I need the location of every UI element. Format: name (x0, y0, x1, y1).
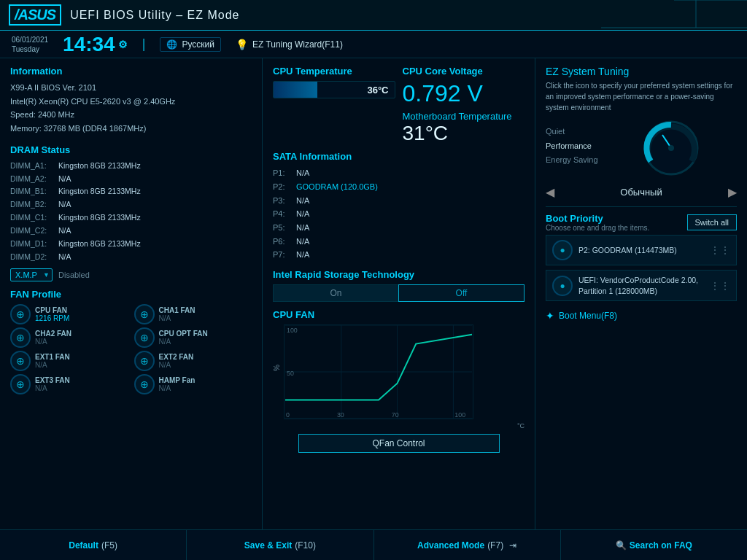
fan-icon: ⊕ (10, 304, 31, 324)
dram-slot: DIMM_D2:N/A (10, 251, 252, 264)
irst-on-button[interactable]: On (273, 284, 398, 302)
fan-item: ⊕EXT1 FANN/A (10, 351, 128, 371)
subheader: 06/01/2021 Tuesday 14:34 ⚙ | 🌐 Русский 💡… (0, 31, 747, 58)
boot-item[interactable]: ●UEFI: VendorCoProductCode 2.00, Partiti… (546, 270, 737, 301)
fan-icon: ⊕ (134, 351, 155, 371)
mb-temp-value: 31°C (403, 122, 525, 145)
boot-priority-subtitle: Choose one and drag the items. (546, 224, 649, 232)
dram-section: DRAM Status DIMM_A1:Kingston 8GB 2133MHz… (10, 144, 252, 281)
dram-slot-label: DIMM_D2: (10, 251, 54, 264)
fan-grid: ⊕CPU FAN1216 RPM⊕CHA1 FANN/A⊕CHA2 FANN/A… (10, 304, 252, 394)
xmp-row: X.M.P ▼ Disabled (10, 268, 252, 281)
irst-section: Intel Rapid Storage Technology On Off (273, 269, 525, 302)
header-title: UEFI BIOS Utility – EZ Mode (70, 9, 239, 22)
search-faq-button[interactable]: 🔍 Search on FAQ (561, 530, 747, 560)
fan-icon: ⊕ (134, 304, 155, 324)
dram-slot: DIMM_C2:N/A (10, 225, 252, 238)
dram-slot-label: DIMM_D1: (10, 238, 54, 251)
ez-system-section: EZ System Tuning Click the icon to speci… (546, 66, 737, 199)
information-title: Information (10, 66, 252, 77)
qfan-control-button[interactable]: QFan Control (298, 434, 500, 453)
globe-icon: 🌐 (166, 39, 177, 50)
fan-name: HAMP Fan (159, 376, 196, 384)
sata-port-label: P5: (273, 221, 292, 235)
divider (546, 206, 737, 207)
main-content: Information X99-A II BIOS Ver. 2101 Inte… (0, 58, 747, 529)
drag-handle-icon[interactable]: ⋮⋮ (710, 244, 730, 256)
ez-tuning-button[interactable]: 💡 EZ Tuning Wizard(F11) (236, 39, 343, 50)
xmp-select[interactable]: X.M.P (10, 268, 53, 281)
boot-menu-button[interactable]: ✦ Boot Menu(F8) (546, 307, 737, 324)
sata-device: N/A (296, 166, 309, 180)
dram-slot-value: N/A (58, 198, 71, 211)
search-icon: 🔍 (616, 540, 627, 551)
dram-slot: DIMM_D1:Kingston 8GB 2133MHz (10, 238, 252, 251)
ez-tuning-label: EZ Tuning Wizard(F11) (252, 39, 343, 50)
gear-icon[interactable]: ⚙ (118, 39, 128, 50)
sata-row: P3:N/A (273, 194, 525, 208)
fan-item: ⊕CPU OPT FANN/A (134, 327, 252, 348)
system-info: X99-A II BIOS Ver. 2101 (10, 81, 252, 95)
cpu-temperature-section: CPU Temperature 36°C (273, 66, 395, 145)
fan-name: CHA2 FAN (35, 330, 71, 338)
fan-icon: ⊕ (10, 374, 31, 394)
fan-item: ⊕CHA1 FANN/A (134, 304, 252, 324)
chart-x-label: °C (284, 422, 525, 429)
dram-slot: DIMM_A1:Kingston 8GB 2133MHz (10, 160, 252, 173)
sata-port-label: P1: (273, 166, 292, 180)
boot-priority-header: Boot Priority Choose one and drag the it… (546, 213, 737, 232)
fan-rpm: N/A (35, 338, 71, 346)
irst-off-button[interactable]: Off (398, 284, 525, 302)
tuning-energy-saving[interactable]: Energy Saving (546, 153, 598, 168)
prev-mode-button[interactable]: ◀ (546, 185, 554, 199)
tuning-quiet[interactable]: Quiet (546, 125, 598, 139)
irst-title: Intel Rapid Storage Technology (273, 269, 525, 280)
disk-icon: ● (552, 240, 573, 260)
fan-item: ⊕HAMP FanN/A (134, 374, 252, 394)
drag-handle-icon[interactable]: ⋮⋮ (710, 280, 730, 292)
fan-name: CHA1 FAN (159, 306, 196, 314)
next-mode-button[interactable]: ▶ (728, 185, 737, 199)
fan-name: CPU OPT FAN (159, 330, 208, 338)
xmp-disabled-label: Disabled (58, 271, 90, 279)
boot-priority-section: Boot Priority Choose one and drag the it… (546, 213, 737, 324)
language-button[interactable]: 🌐 Русский (160, 37, 221, 52)
sata-row: P5:N/A (273, 221, 525, 235)
middle-panel: CPU Temperature 36°C CPU Core Voltage 0.… (263, 58, 535, 529)
sata-rows: P1:N/AP2:GOODRAM (120.0GB)P3:N/AP4:N/AP5… (273, 166, 525, 262)
fan-rpm: N/A (159, 338, 208, 346)
tuning-performance[interactable]: Performance (546, 139, 598, 154)
svg-point-17 (668, 145, 674, 151)
information-section: Information X99-A II BIOS Ver. 2101 Inte… (10, 66, 252, 136)
boot-items: ●P2: GOODRAM (114473MB)⋮⋮●UEFI: VendorCo… (546, 235, 737, 301)
chart-y-label: % (273, 324, 281, 412)
ez-system-title: EZ System Tuning (546, 66, 737, 77)
boot-item[interactable]: ●P2: GOODRAM (114473MB)⋮⋮ (546, 235, 737, 265)
dram-slot-value: N/A (58, 225, 71, 238)
fan-icon: ⊕ (134, 374, 155, 394)
fan-name: EXT1 FAN (35, 353, 70, 361)
boot-menu-label: Boot Menu(F8) (559, 311, 617, 321)
dram-slots: DIMM_A1:Kingston 8GB 2133MHzDIMM_A2:N/AD… (10, 160, 252, 264)
fan-icon: ⊕ (10, 327, 31, 348)
default-button[interactable]: Default(F5) (0, 530, 187, 560)
dram-slot-label: DIMM_A1: (10, 160, 54, 173)
switch-all-button[interactable]: Switch all (687, 214, 737, 230)
sata-row: P4:N/A (273, 207, 525, 221)
svg-text:70: 70 (392, 411, 399, 419)
fan-name: EXT2 FAN (159, 353, 194, 361)
dram-slot-value: Kingston 8GB 2133MHz (58, 238, 141, 251)
dram-slot: DIMM_B1:Kingston 8GB 2133MHz (10, 185, 252, 198)
cpu-fan-section: CPU FAN % 100 50 (273, 309, 525, 453)
fan-item: ⊕EXT2 FANN/A (134, 351, 252, 371)
time-display: 14:34 (63, 33, 115, 56)
tuning-nav: ◀ Обычный ▶ (546, 185, 737, 199)
advanced-mode-button[interactable]: Advanced Mode(F7) ⇥ (374, 530, 561, 560)
dram-slot-value: Kingston 8GB 2133MHz (58, 211, 141, 225)
speed-info: Speed: 2400 MHz (10, 108, 252, 122)
sata-row: P7:N/A (273, 248, 525, 262)
save-exit-button[interactable]: Save & Exit(F10) (187, 530, 374, 560)
dram-slot-value: N/A (58, 251, 71, 264)
sata-device: N/A (296, 248, 309, 262)
cpu-temp-title: CPU Temperature (273, 66, 395, 77)
